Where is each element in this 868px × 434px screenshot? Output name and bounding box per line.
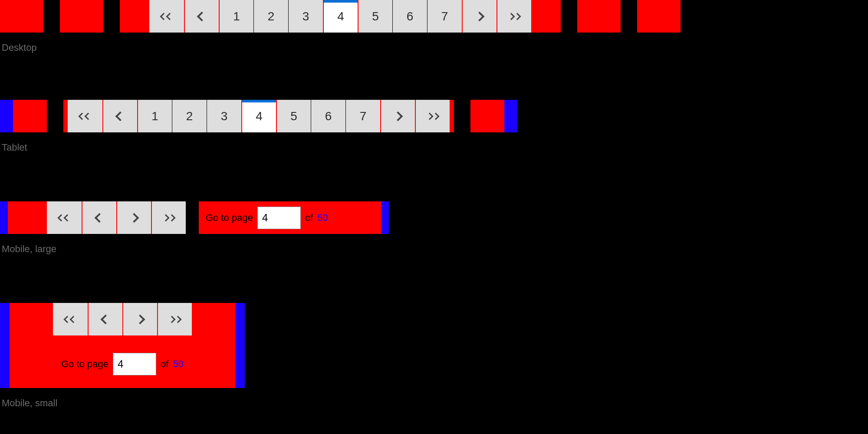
goto-total: 50: [173, 358, 183, 370]
spacer: [454, 100, 470, 132]
first-page-button[interactable]: [149, 0, 184, 33]
spacer: [43, 0, 60, 33]
prev-page-button[interactable]: [184, 0, 219, 33]
spacer: [235, 303, 245, 388]
goto-prefix: Go to page: [61, 358, 108, 370]
chevron-double-right-icon: [163, 215, 174, 220]
mobile-large-row: Go to page of 50: [0, 201, 389, 234]
variant-label-mobile-large: Mobile, large: [2, 243, 389, 255]
page-3-button[interactable]: 3: [207, 100, 241, 132]
spacer: [577, 0, 621, 33]
spacer: [621, 0, 637, 33]
spacer: [504, 100, 517, 132]
chevron-left-icon: [95, 213, 105, 223]
mobile-small-row: Go to page of 50: [0, 303, 245, 388]
spacer: [60, 0, 103, 33]
spacer: [561, 0, 577, 33]
chevron-left-icon: [115, 111, 125, 121]
goto-prefix: Go to page: [206, 212, 253, 224]
spacer: [186, 201, 199, 234]
chevron-double-right-icon: [427, 114, 438, 119]
chevron-double-right-icon: [169, 317, 181, 322]
goto-of: of: [305, 212, 313, 224]
spacer: [637, 0, 681, 33]
page-7-button[interactable]: 7: [427, 0, 462, 33]
page-7-button[interactable]: 7: [345, 100, 380, 132]
chevron-right-icon: [475, 11, 485, 21]
prev-page-button[interactable]: [102, 100, 137, 132]
next-page-button[interactable]: [462, 0, 496, 33]
spacer: [13, 100, 47, 132]
last-page-button[interactable]: [157, 303, 192, 335]
first-page-button[interactable]: [47, 201, 82, 234]
page-5-button[interactable]: 5: [358, 0, 392, 33]
chevron-right-icon: [129, 213, 139, 223]
page-4-button[interactable]: 4: [241, 100, 276, 132]
goto-page-input[interactable]: [257, 207, 301, 229]
spacer: [0, 201, 8, 234]
prev-page-button[interactable]: [88, 303, 122, 335]
page-5-button[interactable]: 5: [276, 100, 311, 132]
chevron-double-left-icon: [79, 114, 91, 119]
spacer: [450, 100, 454, 132]
prev-page-button[interactable]: [82, 201, 116, 234]
chevron-left-icon: [197, 11, 207, 21]
spacer: [381, 201, 389, 234]
variant-label-tablet: Tablet: [2, 142, 517, 153]
goto-of: of: [161, 358, 168, 370]
pagination-mobile-small: [53, 303, 192, 335]
next-page-button[interactable]: [116, 201, 151, 234]
spacer: [531, 0, 561, 33]
spacer: [8, 201, 47, 234]
page-6-button[interactable]: 6: [311, 100, 345, 132]
spacer: [63, 100, 68, 132]
pagination-mobile-large: [47, 201, 186, 234]
last-page-button[interactable]: [496, 0, 531, 33]
chevron-right-icon: [135, 314, 145, 324]
chevron-left-icon: [101, 314, 111, 324]
mobile-small-center: Go to page of 50: [10, 303, 235, 388]
variant-label-mobile-small: Mobile, small: [2, 398, 245, 409]
page-1-button[interactable]: 1: [219, 0, 253, 33]
spacer: [47, 100, 63, 132]
goto-panel: Go to page of 50: [54, 348, 191, 380]
last-page-button[interactable]: [151, 201, 186, 234]
spacer: [0, 0, 43, 33]
chevron-right-icon: [393, 111, 403, 121]
chevron-double-left-icon: [161, 14, 172, 19]
spacer: [120, 0, 149, 33]
goto-page-input[interactable]: [113, 353, 156, 375]
page-4-button[interactable]: 4: [323, 0, 358, 33]
page-2-button[interactable]: 2: [253, 0, 288, 33]
chevron-double-right-icon: [509, 14, 520, 19]
spacer: [470, 100, 504, 132]
pagination-desktop: 1 2 3 4 5 6 7: [149, 0, 531, 33]
goto-panel: Go to page of 50: [199, 201, 381, 234]
spacer: [103, 0, 120, 33]
tablet-row: 1 2 3 4 5 6 7: [0, 100, 517, 132]
page-3-button[interactable]: 3: [288, 0, 323, 33]
variant-label-desktop: Desktop: [2, 42, 681, 53]
page-2-button[interactable]: 2: [172, 100, 207, 132]
first-page-button[interactable]: [68, 100, 102, 132]
pagination-tablet: 1 2 3 4 5 6 7: [68, 100, 450, 132]
chevron-double-left-icon: [59, 215, 70, 220]
last-page-button[interactable]: [415, 100, 450, 132]
page-1-button[interactable]: 1: [137, 100, 172, 132]
spacer: [0, 303, 10, 388]
next-page-button[interactable]: [380, 100, 415, 132]
page-6-button[interactable]: 6: [392, 0, 427, 33]
goto-total: 50: [317, 212, 328, 224]
spacer: [0, 100, 13, 132]
first-page-button[interactable]: [53, 303, 88, 335]
next-page-button[interactable]: [122, 303, 157, 335]
desktop-row: 1 2 3 4 5 6 7: [0, 0, 681, 33]
chevron-double-left-icon: [65, 317, 76, 322]
